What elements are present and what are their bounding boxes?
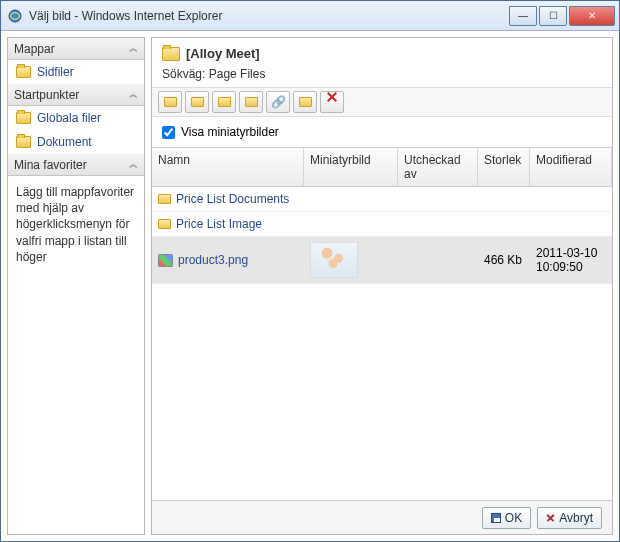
titlebar: Välj bild - Windows Internet Explorer — … <box>1 1 619 31</box>
minimize-button[interactable]: — <box>509 6 537 26</box>
folder-icon <box>158 194 171 204</box>
chevron-up-icon: ︽ <box>129 158 138 171</box>
col-size[interactable]: Storlek <box>478 148 530 186</box>
col-thumbnail[interactable]: Miniatyrbild <box>304 148 398 186</box>
content-area: Mappar ︽ Sidfiler Startpunkter ︽ Globala… <box>1 31 619 541</box>
sidebar-item-label: Sidfiler <box>37 65 74 79</box>
sidebar: Mappar ︽ Sidfiler Startpunkter ︽ Globala… <box>7 37 145 535</box>
thumbnail-toggle-row: Visa miniatyrbilder <box>152 117 612 147</box>
sidebar-item-documents[interactable]: Dokument <box>8 130 144 154</box>
folder-icon <box>158 219 171 229</box>
main-panel: [Alloy Meet] Sökväg: Page Files 🔗 Visa m… <box>151 37 613 535</box>
svg-point-0 <box>9 10 21 22</box>
path-value: Page Files <box>209 67 266 81</box>
chevron-up-icon: ︽ <box>129 42 138 55</box>
sidebar-section-folders[interactable]: Mappar ︽ <box>8 38 144 60</box>
folder-icon <box>162 47 180 61</box>
folder-icon <box>16 66 31 78</box>
grid-header: Namn Miniatyrbild Utcheckad av Storlek M… <box>152 147 612 187</box>
sidebar-item-pagefiles[interactable]: Sidfiler <box>8 60 144 84</box>
cancel-icon <box>546 513 555 522</box>
sidebar-item-label: Dokument <box>37 135 92 149</box>
row-name: Price List Documents <box>176 192 289 206</box>
col-modified[interactable]: Modifierad <box>530 148 612 186</box>
table-row[interactable]: Price List Documents <box>152 187 612 212</box>
table-row[interactable]: Price List Image <box>152 212 612 237</box>
cancel-button[interactable]: Avbryt <box>537 507 602 529</box>
toolbar-btn-2[interactable] <box>185 91 209 113</box>
image-file-icon <box>158 254 173 267</box>
table-row[interactable]: product3.png 466 Kb 2011-03-10 10:09:50 <box>152 237 612 284</box>
row-name: Price List Image <box>176 217 262 231</box>
save-icon <box>491 513 501 523</box>
dialog-window: Välj bild - Windows Internet Explorer — … <box>0 0 620 542</box>
window-title: Välj bild - Windows Internet Explorer <box>29 9 507 23</box>
toolbar-btn-6[interactable] <box>293 91 317 113</box>
sidebar-item-globalfiles[interactable]: Globala filer <box>8 106 144 130</box>
path-row: Sökväg: Page Files <box>152 65 612 87</box>
path-label: Sökväg: <box>162 67 205 81</box>
folder-add-icon <box>245 97 258 107</box>
sidebar-section-favorites[interactable]: Mina favoriter ︽ <box>8 154 144 176</box>
show-thumbnails-checkbox[interactable] <box>162 126 175 139</box>
main-header: [Alloy Meet] <box>152 38 612 65</box>
maximize-button[interactable]: ☐ <box>539 6 567 26</box>
row-name: product3.png <box>178 253 248 267</box>
folder-icon <box>16 136 31 148</box>
close-button[interactable]: ✕ <box>569 6 615 26</box>
folder-icon <box>164 97 177 107</box>
toolbar-btn-5[interactable]: 🔗 <box>266 91 290 113</box>
sidebar-section-label: Mappar <box>14 42 55 56</box>
folder-icon <box>218 97 231 107</box>
row-size: 466 Kb <box>478 248 530 272</box>
col-checkedout[interactable]: Utcheckad av <box>398 148 478 186</box>
ok-label: OK <box>505 511 522 525</box>
toolbar: 🔗 <box>152 87 612 117</box>
cancel-label: Avbryt <box>559 511 593 525</box>
toolbar-btn-3[interactable] <box>212 91 236 113</box>
sidebar-item-label: Globala filer <box>37 111 101 125</box>
sidebar-section-label: Startpunkter <box>14 88 79 102</box>
folder-icon <box>16 112 31 124</box>
thumbnail-image <box>310 242 358 278</box>
ie-icon <box>7 8 23 24</box>
link-icon: 🔗 <box>271 95 286 109</box>
sidebar-section-label: Mina favoriter <box>14 158 87 172</box>
ok-button[interactable]: OK <box>482 507 531 529</box>
window-controls: — ☐ ✕ <box>507 6 615 26</box>
folder-icon <box>191 97 204 107</box>
show-thumbnails-label: Visa miniatyrbilder <box>181 125 279 139</box>
toolbar-btn-delete[interactable] <box>320 91 344 113</box>
folder-icon <box>299 97 312 107</box>
toolbar-btn-1[interactable] <box>158 91 182 113</box>
delete-icon <box>326 96 338 108</box>
col-name[interactable]: Namn <box>152 148 304 186</box>
chevron-up-icon: ︽ <box>129 88 138 101</box>
file-grid: Namn Miniatyrbild Utcheckad av Storlek M… <box>152 147 612 500</box>
favorites-help-text: Lägg till mappfavoriter med hjälp av hög… <box>8 176 144 273</box>
page-title: [Alloy Meet] <box>186 46 260 61</box>
sidebar-section-startpoints[interactable]: Startpunkter ︽ <box>8 84 144 106</box>
dialog-footer: OK Avbryt <box>152 500 612 534</box>
toolbar-btn-new[interactable] <box>239 91 263 113</box>
row-modified: 2011-03-10 10:09:50 <box>530 241 612 279</box>
